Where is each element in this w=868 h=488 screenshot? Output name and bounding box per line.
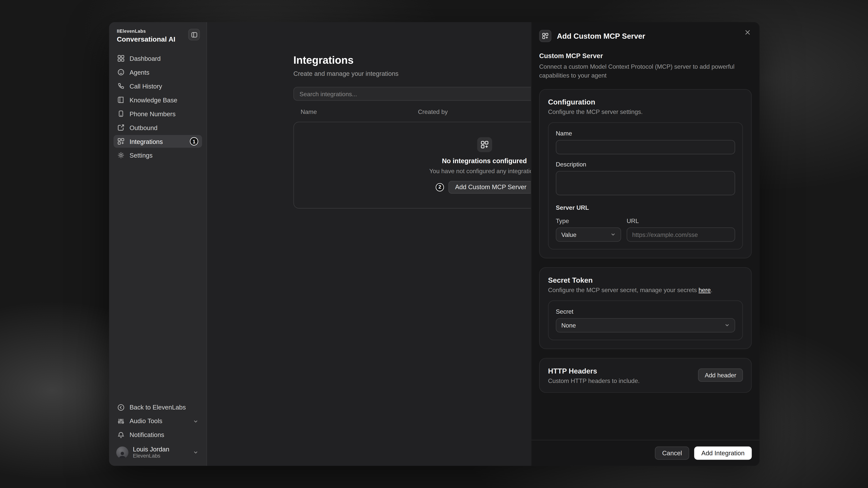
sidebar-item-outbound[interactable]: Outbound (114, 121, 202, 134)
sidebar-nav: Dashboard Agents Call History Knowledge … (114, 52, 202, 161)
sidebar-item-label: Outbound (130, 124, 157, 131)
sidebar-item-label: Integrations (130, 138, 163, 145)
manage-secrets-link[interactable]: here (699, 287, 711, 293)
url-field[interactable] (627, 227, 735, 242)
secret-token-subtitle: Configure the MCP server secret, manage … (548, 287, 743, 293)
back-arrow-icon (118, 404, 125, 411)
integrations-icon (477, 137, 492, 152)
drawer-footer: Cancel Add Integration (531, 440, 760, 466)
configuration-subtitle: Configure the MCP server settings. (548, 108, 743, 115)
configuration-card: Configuration Configure the MCP server s… (539, 89, 752, 258)
main-content: Integrations Create and manage your inte… (207, 22, 760, 466)
sidebar-collapse-button[interactable] (188, 29, 200, 40)
close-icon[interactable] (743, 28, 752, 36)
sidebar-item-label: Dashboard (130, 55, 161, 62)
notifications-item[interactable]: Notifications (114, 429, 202, 442)
annotation-badge-1: 1 (190, 137, 198, 145)
type-select[interactable]: Value (556, 227, 621, 242)
audio-tools-label: Audio Tools (130, 418, 162, 425)
integrations-icon (118, 138, 125, 145)
user-name: Louis Jordan (133, 446, 189, 453)
outbound-icon (118, 124, 125, 131)
chevron-down-icon (193, 450, 198, 455)
http-headers-subtitle: Custom HTTP headers to include. (548, 377, 640, 384)
knowledge-base-icon (118, 96, 125, 103)
type-select-value: Value (561, 231, 577, 238)
chevron-down-icon (611, 232, 616, 237)
configuration-title: Configuration (548, 98, 743, 106)
sidebar-item-settings[interactable]: Settings (114, 149, 202, 161)
drawer-section-title: Custom MCP Server (539, 52, 752, 60)
audio-tools-icon (118, 418, 125, 425)
secret-select[interactable]: None (556, 318, 735, 332)
sidebar-item-label: Call History (130, 83, 162, 90)
sidebar-item-label: Phone Numbers (130, 110, 176, 117)
back-to-elevenlabs-link[interactable]: Back to ElevenLabs (114, 401, 202, 414)
annotation-badge-2: 2 (436, 183, 444, 191)
app-title: Conversational AI (117, 35, 176, 43)
cancel-button[interactable]: Cancel (655, 447, 689, 460)
description-field[interactable] (556, 171, 735, 195)
dashboard-icon (118, 55, 125, 62)
sidebar-item-label: Settings (130, 152, 153, 159)
drawer-body: Custom MCP Server Connect a custom Model… (531, 49, 760, 440)
secret-group: Secret None (548, 300, 743, 340)
agents-icon (118, 69, 125, 76)
audio-tools-item[interactable]: Audio Tools (114, 415, 202, 428)
sidebar-item-label: Knowledge Base (130, 97, 177, 103)
secret-select-value: None (561, 322, 576, 329)
drawer-section-description: Connect a custom Model Context Protocol … (539, 63, 756, 80)
name-label: Name (556, 130, 735, 137)
call-history-icon (118, 83, 125, 90)
secret-token-card: Secret Token Configure the MCP server se… (539, 267, 752, 349)
sidebar-item-label: Agents (130, 69, 149, 76)
integrations-icon (539, 30, 551, 42)
empty-state-subtitle: You have not configured any integrations (429, 167, 539, 174)
secret-label: Secret (556, 308, 735, 315)
user-org: ElevenLabs (133, 453, 189, 459)
name-field[interactable] (556, 140, 735, 154)
drawer-title: Add Custom MCP Server (557, 32, 738, 40)
add-custom-mcp-server-drawer: Add Custom MCP Server Custom MCP Server … (531, 22, 760, 466)
avatar (116, 447, 128, 459)
server-url-label: Server URL (556, 204, 735, 211)
sidebar-item-knowledge-base[interactable]: Knowledge Base (114, 94, 202, 106)
back-to-elevenlabs-label: Back to ElevenLabs (130, 404, 186, 411)
app-window: IIElevenLabs Conversational AI Dashboard… (109, 22, 760, 466)
phone-numbers-icon (118, 110, 125, 117)
add-header-button[interactable]: Add header (698, 369, 743, 382)
add-integration-button[interactable]: Add Integration (694, 447, 752, 460)
settings-icon (118, 152, 125, 159)
secret-token-title: Secret Token (548, 276, 743, 284)
sidebar-item-phone-numbers[interactable]: Phone Numbers (114, 107, 202, 120)
sidebar-item-call-history[interactable]: Call History (114, 80, 202, 92)
chevron-down-icon (724, 323, 730, 328)
notifications-label: Notifications (130, 432, 164, 438)
add-custom-mcp-server-button[interactable]: Add Custom MCP Server (448, 181, 533, 193)
url-label: URL (627, 218, 735, 224)
user-menu[interactable]: Louis Jordan ElevenLabs (114, 443, 202, 460)
column-name: Name (301, 108, 418, 115)
http-headers-title: HTTP Headers (548, 367, 640, 375)
chevron-down-icon (193, 419, 198, 424)
bell-icon (118, 431, 125, 438)
http-headers-card: HTTP Headers Custom HTTP headers to incl… (539, 358, 752, 393)
sidebar-item-agents[interactable]: Agents (114, 66, 202, 78)
type-label: Type (556, 218, 621, 224)
desktop-background: IIElevenLabs Conversational AI Dashboard… (0, 0, 868, 488)
sidebar-item-dashboard[interactable]: Dashboard (114, 52, 202, 65)
sidebar-item-integrations[interactable]: Integrations 1 (114, 135, 202, 148)
panel-collapse-icon (191, 31, 197, 38)
elevenlabs-logo: IIElevenLabs (117, 29, 176, 34)
sidebar: IIElevenLabs Conversational AI Dashboard… (109, 22, 207, 466)
configuration-group: Name Description Server URL Type Value (548, 122, 743, 249)
sidebar-footer: Back to ElevenLabs Audio Tools Notificat… (114, 401, 202, 460)
description-label: Description (556, 161, 735, 168)
column-created-by: Created by (418, 108, 448, 115)
empty-state-title: No integrations configured (442, 157, 527, 165)
drawer-header: Add Custom MCP Server (531, 22, 760, 49)
